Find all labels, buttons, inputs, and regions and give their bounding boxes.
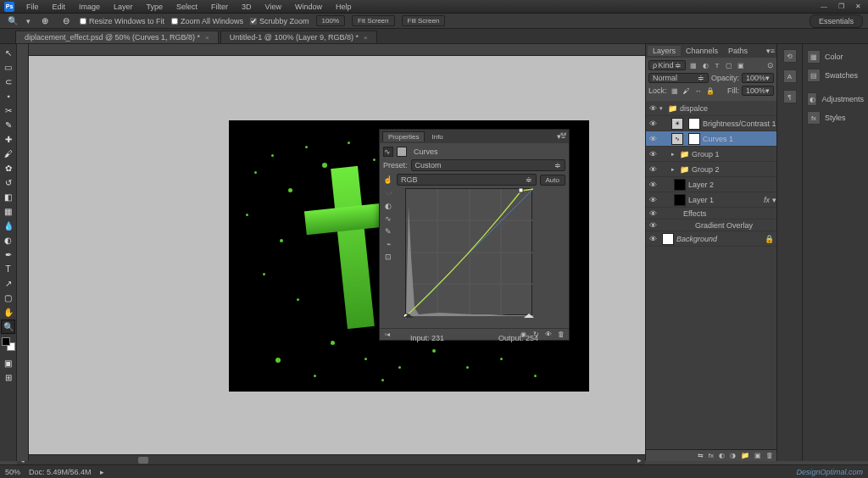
dodge-tool[interactable]: ◐ xyxy=(1,233,15,247)
tab-info[interactable]: Info xyxy=(426,132,448,142)
filter-toggle[interactable]: ⊙ xyxy=(767,61,774,69)
close-button[interactable]: ✕ xyxy=(849,2,866,12)
zoom-tool[interactable]: 🔍 xyxy=(1,320,15,334)
white-point-icon[interactable]: ◐ xyxy=(383,201,393,211)
maximize-button[interactable]: ❐ xyxy=(832,2,849,12)
fill-input[interactable]: 100%▾ xyxy=(742,86,774,96)
filter-type-icon[interactable]: T xyxy=(712,60,722,70)
filter-adj-icon[interactable]: ◐ xyxy=(700,60,710,70)
crop-tool[interactable]: ✂ xyxy=(1,103,15,118)
menu-help[interactable]: Help xyxy=(331,2,357,12)
fill-screen-button[interactable]: Fill Screen xyxy=(402,15,446,26)
smooth-icon[interactable]: ⌁ xyxy=(383,239,393,249)
scrubby-zoom-check[interactable]: Scrubby Zoom xyxy=(250,17,309,25)
fit-screen-button[interactable]: Fit Screen xyxy=(352,15,394,26)
panel-styles[interactable]: fxStyles xyxy=(804,108,866,127)
layer-group-2[interactable]: 👁▸📁Group 2 xyxy=(646,162,776,177)
close-icon[interactable]: × xyxy=(205,34,209,42)
pencil-icon[interactable]: ✎ xyxy=(383,226,393,236)
adj-icon[interactable]: ◑ xyxy=(730,452,736,459)
menu-window[interactable]: Window xyxy=(290,2,327,12)
history-icon[interactable]: ⟲ xyxy=(783,49,797,63)
tab-paths[interactable]: Paths xyxy=(723,46,753,56)
preset-select[interactable]: Custom≑ xyxy=(411,159,565,171)
curves-plot[interactable] xyxy=(405,188,532,315)
shape-tool[interactable]: ▢ xyxy=(1,291,15,305)
lock-all-icon[interactable]: 🔒 xyxy=(705,86,715,96)
canvas[interactable]: Properties Info ▾≡ ◂◂ ∿Curves Preset:Cus… xyxy=(17,44,645,461)
hand-tool[interactable]: ✋ xyxy=(1,305,15,320)
paragraph-icon[interactable]: ¶ xyxy=(783,90,797,103)
stamp-tool[interactable]: ✿ xyxy=(1,161,15,175)
fx-icon[interactable]: fx xyxy=(709,452,714,459)
lock-trans-icon[interactable]: ▦ xyxy=(670,86,680,96)
layer-effects[interactable]: 👁Effects xyxy=(646,208,776,220)
menu-3d[interactable]: 3D xyxy=(236,2,257,12)
type-tool[interactable]: T xyxy=(1,262,15,276)
mask-icon[interactable]: ◐ xyxy=(719,452,725,459)
eraser-tool[interactable]: ◧ xyxy=(1,190,15,204)
character-icon[interactable]: A xyxy=(783,69,797,83)
auto-button[interactable]: Auto xyxy=(540,175,565,186)
layer-gradient-overlay[interactable]: 👁Gradient Overlay xyxy=(646,220,776,231)
eyedropper-tool[interactable]: ✎ xyxy=(1,118,15,132)
blend-mode-select[interactable]: Normal≑ xyxy=(648,73,709,83)
clip-icon[interactable]: ⊡ xyxy=(383,252,393,262)
trash-icon[interactable]: 🗑 xyxy=(766,452,773,459)
screenmode-tool[interactable]: ⊞ xyxy=(1,370,15,385)
close-icon[interactable]: × xyxy=(364,34,368,42)
menu-layer[interactable]: Layer xyxy=(108,2,138,12)
menu-view[interactable]: View xyxy=(260,2,287,12)
menu-edit[interactable]: Edit xyxy=(47,2,71,12)
channel-select[interactable]: RGB≑ xyxy=(397,174,537,186)
blur-tool[interactable]: 💧 xyxy=(1,219,15,233)
zoom-tool-icon[interactable]: 🔍 xyxy=(5,14,19,28)
resize-windows-check[interactable]: Resize Windows to Fit xyxy=(80,17,164,25)
lock-pos-icon[interactable]: ↔ xyxy=(693,86,704,96)
layer-1[interactable]: 👁Layer 1fx▾ xyxy=(646,192,776,208)
zoom-100-button[interactable]: 100% xyxy=(316,15,345,26)
menu-image[interactable]: Image xyxy=(74,2,105,12)
layer-background[interactable]: 👁Background🔒 xyxy=(646,231,776,247)
group-icon[interactable]: 📁 xyxy=(741,452,749,459)
color-swatches[interactable] xyxy=(2,337,15,351)
layer-brightness[interactable]: 👁☀Brightness/Contrast 1 xyxy=(646,116,776,131)
path-tool[interactable]: ↗ xyxy=(1,276,15,291)
gradient-tool[interactable]: ▦ xyxy=(1,204,15,219)
brush-tool[interactable]: 🖌 xyxy=(1,147,15,161)
zoom-value[interactable]: 50% xyxy=(5,468,20,476)
heal-tool[interactable]: ✚ xyxy=(1,132,15,147)
panel-menu-icon[interactable]: ▾≡ xyxy=(766,47,775,55)
doc-tab-1[interactable]: diplacement_effect.psd @ 50% (Curves 1, … xyxy=(15,31,219,43)
panel-collapse-icon[interactable]: ◂◂ xyxy=(557,130,569,137)
filter-kind-select[interactable]: ρKind≑ xyxy=(648,60,686,70)
lasso-tool[interactable]: ⊂ xyxy=(1,75,15,89)
zoom-all-check[interactable]: Zoom All Windows xyxy=(171,17,243,25)
wand-tool[interactable]: ⋆ xyxy=(1,89,15,103)
scrollbar-horizontal[interactable]: ◂▸ xyxy=(17,454,645,464)
doc-size[interactable]: Doc: 5.49M/56.4M xyxy=(29,468,92,476)
new-layer-icon[interactable]: ▣ xyxy=(754,452,761,459)
tab-layers[interactable]: Layers xyxy=(648,46,681,56)
quickmask-tool[interactable]: ▣ xyxy=(1,356,15,370)
menu-filter[interactable]: Filter xyxy=(206,2,233,12)
filter-shape-icon[interactable]: ▢ xyxy=(724,60,734,70)
trash-icon[interactable]: 🗑 xyxy=(557,331,565,339)
filter-smart-icon[interactable]: ▣ xyxy=(736,60,746,70)
menu-type[interactable]: Type xyxy=(142,2,169,12)
toggle-vis-icon[interactable]: 👁 xyxy=(544,331,553,339)
workspace-selector[interactable]: Essentials xyxy=(810,14,863,28)
marquee-tool[interactable]: ▭ xyxy=(1,60,15,75)
layer-curves[interactable]: 👁∿Curves 1 xyxy=(646,131,776,147)
zoom-in-icon[interactable]: ⊕ xyxy=(37,14,52,28)
tab-channels[interactable]: Channels xyxy=(681,46,723,56)
filter-pixel-icon[interactable]: ▦ xyxy=(688,60,698,70)
channel-icon[interactable]: ☝ xyxy=(383,175,393,184)
zoom-out-icon[interactable]: ⊖ xyxy=(58,14,73,28)
visibility-icon[interactable]: 👁 xyxy=(646,104,659,113)
tab-properties[interactable]: Properties xyxy=(382,131,425,142)
opacity-input[interactable]: 100%▾ xyxy=(742,73,774,83)
curve-edit-icon[interactable]: ∿ xyxy=(383,214,393,224)
view-prev-icon[interactable]: ◉ xyxy=(519,331,527,339)
doc-tab-2[interactable]: Untitled-1 @ 100% (Layer 9, RGB/8) *× xyxy=(220,31,377,43)
